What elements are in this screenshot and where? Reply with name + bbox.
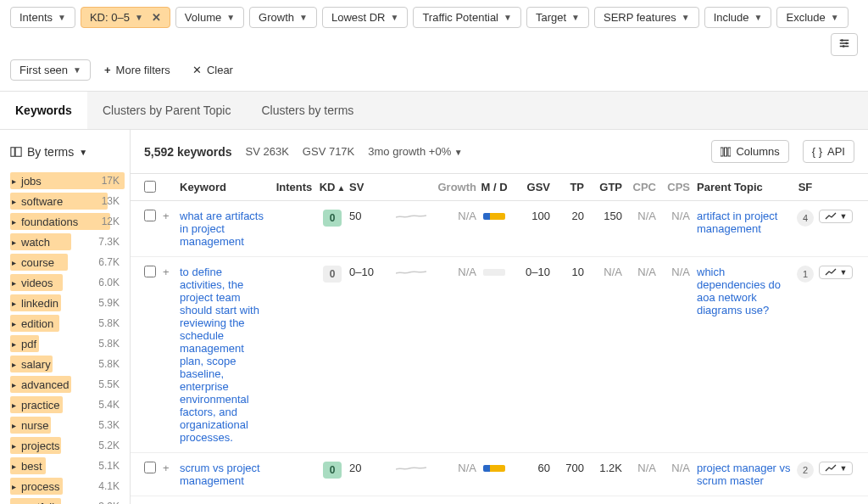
row-action-button[interactable]: ▼ — [819, 266, 854, 279]
caret-down-icon: ▼ — [135, 13, 143, 22]
clear-filters-button[interactable]: ✕Clear — [184, 60, 242, 80]
term-count: 4.1K — [98, 480, 120, 492]
header-kd[interactable]: KD▲ — [315, 181, 349, 193]
filter-serp-features[interactable]: SERP features▼ — [594, 7, 699, 28]
header-cpc[interactable]: CPC — [622, 181, 656, 193]
term-row[interactable]: ▸ pdf 5.8K — [0, 333, 130, 354]
header-tp[interactable]: TP — [550, 181, 584, 193]
keyword-link[interactable]: to define activities, the project team s… — [180, 266, 259, 444]
term-label: software — [21, 195, 102, 208]
gtp-value: N/A — [584, 266, 622, 278]
header-sf[interactable]: SF — [793, 181, 817, 193]
expand-row-button[interactable]: + — [163, 462, 180, 474]
tp-value: 700 — [550, 462, 584, 474]
filter-include[interactable]: Include▼ — [704, 7, 772, 28]
more-filters-button[interactable]: +More filters — [96, 60, 179, 80]
caret-down-icon: ▼ — [840, 212, 848, 221]
tab-clusters-parent[interactable]: Clusters by Parent Topic — [87, 92, 246, 129]
chevron-right-icon: ▸ — [12, 482, 16, 491]
term-row[interactable]: ▸ watch 7.3K — [0, 232, 130, 252]
trend-icon — [825, 464, 837, 473]
filter-lowest-dr[interactable]: Lowest DR▼ — [322, 7, 408, 28]
filter-volume[interactable]: Volume▼ — [175, 7, 244, 28]
parent-topic-link[interactable]: artifact in project management — [697, 210, 777, 235]
term-row[interactable]: ▸ advanced 5.5K — [0, 374, 130, 395]
term-count: 5.3K — [98, 419, 120, 431]
columns-icon — [721, 147, 731, 157]
row-action-button[interactable]: ▼ — [819, 210, 854, 223]
term-row[interactable]: ▸ course 6.7K — [0, 252, 130, 272]
caret-down-icon: ▼ — [299, 13, 308, 22]
term-label: salary — [21, 358, 98, 371]
parent-topic-link[interactable]: which dependencies do aoa network diagra… — [697, 266, 781, 316]
term-label: videos — [21, 277, 98, 289]
term-row[interactable]: ▸ edition 5.8K — [0, 313, 130, 333]
columns-button[interactable]: Columns — [711, 140, 788, 163]
filter-traffic-potential[interactable]: Traffic Potential▼ — [413, 7, 521, 28]
term-label: process — [21, 480, 98, 493]
expand-row-button[interactable]: + — [163, 266, 180, 278]
filter-kd[interactable]: KD: 0–5▼✕ — [81, 7, 170, 28]
growth-value: N/A — [434, 210, 476, 222]
header-parent[interactable]: Parent Topic — [690, 181, 793, 193]
cps-value: N/A — [656, 210, 690, 222]
row-checkbox[interactable] — [144, 210, 156, 221]
term-row[interactable]: ▸ salary 5.8K — [0, 354, 130, 374]
kd-badge: 0 — [323, 210, 342, 227]
term-row[interactable]: ▸ videos 6.0K — [0, 272, 130, 293]
term-row[interactable]: ▸ nurse 5.3K — [0, 415, 130, 435]
close-icon[interactable]: ✕ — [152, 11, 161, 24]
term-row[interactable]: ▸ process 4.1K — [0, 476, 130, 496]
term-row[interactable]: ▸ practice 5.4K — [0, 395, 130, 415]
sf-badge: 4 — [797, 210, 814, 227]
caret-down-icon: ▼ — [571, 13, 580, 22]
term-row[interactable]: ▸ software 13K — [0, 191, 130, 211]
tab-keywords[interactable]: Keywords — [0, 92, 87, 129]
header-intents[interactable]: Intents — [273, 181, 315, 193]
parent-topic-link[interactable]: project manager vs scrum master — [697, 462, 791, 487]
api-button[interactable]: { } API — [803, 140, 854, 163]
sidebar: By terms ▼ ▸ jobs 17K ▸ software 13K ▸ f… — [0, 130, 131, 504]
keyword-link[interactable]: scrum vs project management — [180, 462, 260, 487]
term-row[interactable]: ▸ foundations 12K — [0, 211, 130, 232]
term-label: practice — [21, 399, 98, 412]
braces-icon: { } — [812, 145, 822, 158]
header-cps[interactable]: CPS — [656, 181, 690, 193]
row-checkbox[interactable] — [144, 462, 156, 473]
header-gtp[interactable]: GTP — [584, 181, 622, 193]
trend-icon — [825, 212, 837, 221]
filter-exclude[interactable]: Exclude▼ — [776, 7, 848, 28]
header-keyword[interactable]: Keyword — [180, 181, 273, 193]
row-checkbox[interactable] — [144, 266, 156, 277]
tab-clusters-terms[interactable]: Clusters by terms — [246, 92, 369, 129]
header-growth[interactable]: Growth — [434, 181, 476, 193]
term-row[interactable]: ▸ linkedin 5.9K — [0, 293, 130, 313]
filter-first-seen[interactable]: First seen▼ — [10, 59, 91, 81]
filter-intents[interactable]: Intents▼ — [10, 7, 75, 28]
term-label: edition — [21, 317, 98, 330]
header-md[interactable]: M / D — [476, 181, 512, 193]
svg-rect-4 — [15, 148, 21, 157]
keyword-link[interactable]: what are artifacts in project management — [180, 210, 264, 248]
term-row[interactable]: ▸ best 5.1K — [0, 456, 130, 476]
expand-row-button[interactable]: + — [163, 210, 180, 222]
filter-target[interactable]: Target▼ — [526, 7, 589, 28]
cpc-value: N/A — [622, 462, 656, 474]
settings-icon[interactable] — [831, 33, 858, 56]
chevron-right-icon: ▸ — [12, 360, 16, 369]
term-label: watch — [21, 236, 98, 249]
table-row: + to define activities, the project team… — [131, 257, 868, 453]
header-sv[interactable]: SV — [349, 181, 396, 193]
by-terms-selector[interactable]: By terms ▼ — [0, 138, 130, 165]
filter-growth[interactable]: Growth▼ — [249, 7, 317, 28]
term-row[interactable]: ▸ projects 5.2K — [0, 435, 130, 456]
term-row[interactable]: ▸ jobs 17K — [0, 171, 130, 191]
row-action-button[interactable]: ▼ — [819, 462, 854, 475]
term-row[interactable]: ▸ portfolio 3.9K — [0, 496, 130, 504]
caret-down-icon: ▼ — [58, 13, 66, 22]
select-all-checkbox[interactable] — [144, 181, 163, 193]
summary-growth[interactable]: 3mo growth +0% ▼ — [368, 145, 462, 158]
summary-gsv: GSV 717K — [303, 145, 354, 158]
header-gsv[interactable]: GSV — [512, 181, 550, 193]
svg-rect-5 — [721, 148, 723, 156]
